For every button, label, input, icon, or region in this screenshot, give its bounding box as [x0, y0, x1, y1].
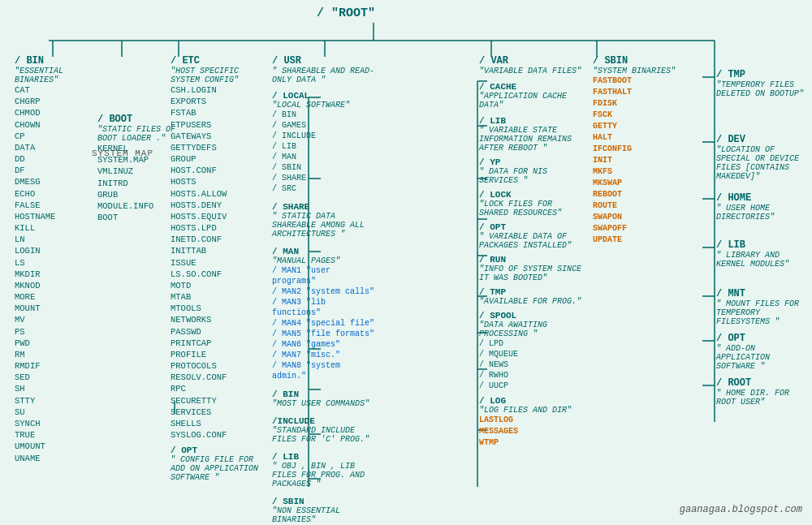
- var-spool: / SPOOL "DATA AWAITING PROCESSING " / LP…: [479, 311, 585, 391]
- etc-title: / ETC: [171, 55, 260, 67]
- right-lib: / LIB " LIBRARY AND KERNEL MODULES": [716, 239, 810, 269]
- var-column: / VAR "VARIABLE DATA FILES" / CACHE "APP…: [479, 55, 585, 449]
- var-lib: / LIB " VARIABLE STATE INFORMATION REMAI…: [479, 116, 585, 153]
- etc-items: CSH.LOGIN EXPORTS FSTAB FTPUSERS GATEWAY…: [171, 84, 260, 441]
- var-yp: / YP " DATA FOR NIS SERVICES ": [479, 157, 585, 185]
- usr-bin: / BIN "MOST USER COMMANDS": [272, 389, 378, 408]
- sbin-items: FASTBOOT FASTHALT FDISK FSCK GETTY HALT …: [593, 75, 682, 246]
- var-title: / VAR: [479, 55, 585, 67]
- var-cache: / CACHE "APPLICATION CACHE DATA": [479, 82, 585, 110]
- usr-include: /INCLUDE "STANDARD INCLUDE FILES FOR 'C'…: [272, 416, 378, 444]
- var-tmp: / TMP "AVAILABLE FOR PROG.": [479, 287, 585, 306]
- bin-column: / BIN "ESSENTIAL BINARIES" CAT CHGRP CHM…: [15, 55, 104, 464]
- bin-items: CAT CHGRP CHMOD CHOWN CP DATA DD DF DMES…: [15, 84, 104, 464]
- usr-column: / USR " SHAREABLE AND READ-ONLY DATA " /…: [272, 55, 378, 524]
- var-opt: / OPT " VARIABLE DATA OF PACKAGES INSTAL…: [479, 222, 585, 250]
- right-dev: / DEV "LOCATION OF SPECIAL OR DEVICE FIL…: [716, 134, 810, 181]
- sbin-desc: "SYSTEM BINARIES": [593, 67, 682, 75]
- usr-local: / LOCAL "LOCAL SOFTWARE" / BIN / GAMES /…: [272, 91, 378, 194]
- usr-man: / MAN "MANUAL PAGES" / MAN1 "user progra…: [272, 247, 378, 381]
- watermark: gaanagaa.blogspot.com: [680, 504, 802, 515]
- tree-lines: [0, 0, 812, 525]
- boot-title: / BOOT: [97, 114, 179, 125]
- var-run: / RUN "INFO OF SYSTEM SINCE IT WAS BOOTE…: [479, 255, 585, 282]
- boot-column: / BOOT "STATIC FILES OF BOOT LOADER ." K…: [97, 114, 179, 223]
- right-opt: / OPT " ADD-ON APPLICATION SOFTWARE ": [716, 333, 810, 371]
- root-label: / "ROOT": [317, 6, 375, 20]
- sbin-column: / SBIN "SYSTEM BINARIES" FASTBOOT FASTHA…: [593, 55, 682, 246]
- usr-desc: " SHAREABLE AND READ-ONLY DATA ": [272, 67, 378, 84]
- usr-share: / SHARE " STATIC DATA SHAREABLE AMONG AL…: [272, 202, 378, 239]
- right-home: / HOME " USER HOME DIRECTORIES": [716, 192, 810, 222]
- sbin-title: / SBIN: [593, 55, 682, 67]
- etc-opt: / OPT " CONFIG FILE FOR ADD ON APPLICATI…: [171, 445, 260, 482]
- var-lock: / LOCK "LOCK FILES FOR SHARED RESOURCES": [479, 190, 585, 217]
- right-mnt: / MNT " MOUNT FILES FOR TEMPERORY FILESY…: [716, 288, 810, 326]
- var-log: / LOG "LOG FILES AND DIR" LASTLOG MESSAG…: [479, 396, 585, 449]
- usr-lib: / LIB " OBJ , BIN , LIB FILES FOR PROG. …: [272, 452, 378, 488]
- usr-title: / USR: [272, 55, 378, 67]
- right-tmp: / TMP "TEMPERORY FILES DELETED ON BOOTUP…: [716, 69, 810, 98]
- etc-column: / ETC "HOST SPECIFIC SYSTEM CONFIG" CSH.…: [171, 55, 260, 482]
- usr-sbin: / SBIN "NON ESSENTIAL BINARIES": [272, 497, 378, 524]
- boot-desc: "STATIC FILES OF BOOT LOADER .": [97, 125, 179, 143]
- bin-title: / BIN: [15, 55, 104, 67]
- page-container: / "ROOT" SYSTEM MAP / BIN "ESSENTIAL BIN…: [0, 0, 812, 525]
- bin-desc: "ESSENTIAL BINARIES": [15, 67, 104, 84]
- boot-items: KERNEL SYSTEM.MAP VMLINUZ INITRD GRUB MO…: [97, 143, 179, 223]
- var-desc: "VARIABLE DATA FILES": [479, 67, 585, 75]
- right-root: / ROOT " HOME DIR. FOR ROOT USER": [716, 377, 810, 407]
- etc-desc: "HOST SPECIFIC SYSTEM CONFIG": [171, 67, 260, 84]
